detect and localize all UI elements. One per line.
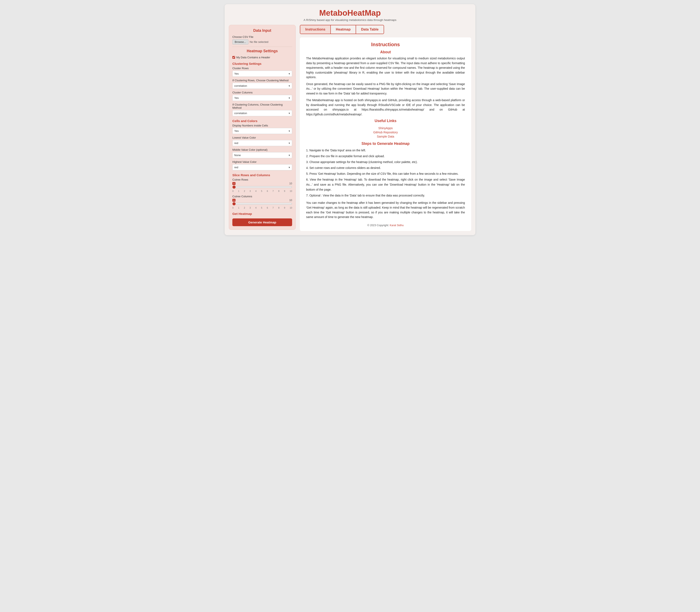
header-checkbox-label: My Data Contains a Header — [236, 56, 270, 59]
about-subtitle: About — [306, 50, 465, 54]
get-heatmap-title: Get Heatmap — [232, 212, 292, 215]
instructions-panel: Instructions About The MetaboHeatmap app… — [300, 38, 471, 231]
tab-instructions[interactable]: Instructions — [300, 25, 331, 34]
app-title: MetaboHeatMap — [229, 8, 471, 17]
app-body: Data Input Choose CSV File Browse... No … — [229, 25, 471, 231]
cutree-rows-max: 10 — [289, 182, 292, 185]
link-github[interactable]: GitHub Repository — [306, 131, 465, 134]
clustering-columns-method-select[interactable]: correlation euclidean maximum manhattan — [232, 110, 292, 116]
step-1: 1. Navigate to the 'Data Input' area on … — [306, 148, 465, 153]
step-5: 5. Press 'Get Heatmap' button. Depending… — [306, 171, 465, 177]
clustering-rows-method-select[interactable]: correlation euclidean maximum manhattan — [232, 83, 292, 89]
main-content: Instructions Heatmap Data Table Instruct… — [300, 25, 471, 231]
cutree-rows-value: 0 — [232, 182, 236, 185]
display-numbers-wrapper[interactable]: Yes No — [232, 128, 292, 134]
highest-color-select[interactable]: red blue green white black — [232, 164, 292, 170]
cutree-rows-slider-top: 0 10 — [232, 182, 292, 185]
tab-datatable[interactable]: Data Table — [356, 25, 384, 34]
step-3: 3. Choose appropriate settings for the h… — [306, 160, 465, 165]
header-checkbox[interactable] — [232, 56, 235, 59]
step-7: 7. Optional : View the data in the 'Data… — [306, 193, 465, 198]
cluster-rows-select[interactable]: Yes No — [232, 71, 292, 77]
link-shinyapps[interactable]: ShinyApps — [306, 126, 465, 130]
useful-links-section: ShinyApps GitHub Repository Sample Data — [306, 126, 465, 138]
cutree-columns-value: 0 — [232, 199, 236, 202]
header-checkbox-row[interactable]: My Data Contains a Header — [232, 56, 292, 59]
clustering-rows-method-wrapper[interactable]: correlation euclidean maximum manhattan — [232, 83, 292, 89]
cutree-columns-slider-top: 0 10 — [232, 199, 292, 202]
divider-1 — [232, 46, 292, 47]
choose-csv-label: Choose CSV File — [232, 35, 292, 39]
instructions-title: Instructions — [306, 42, 465, 47]
middle-color-wrapper[interactable]: None white yellow grey — [232, 152, 292, 158]
about-paragraph-2: Once generated, the heatmap can be easil… — [306, 82, 465, 96]
cutree-rows-ticks: 0 1 2 3 4 5 6 7 8 9 10 — [232, 190, 292, 192]
highest-color-label: Highest Value Color — [232, 160, 292, 164]
middle-color-select[interactable]: None white yellow grey — [232, 152, 292, 158]
clustering-rows-method-label: If Clustering Rows, Choose Clustering Me… — [232, 79, 292, 82]
cutree-rows-label: Cutree Rows — [232, 178, 292, 181]
clustering-columns-method-label: If Clustering Columns, Choose Clustering… — [232, 103, 292, 109]
cutree-columns-slider[interactable] — [232, 202, 292, 206]
footer-copyright: © 2023 Copyright: — [367, 224, 389, 227]
display-numbers-label: Display Numbers inside Cells — [232, 124, 292, 127]
cluster-rows-wrapper[interactable]: Yes No — [232, 71, 292, 77]
about-paragraphs: The MetaboHeatmap application provides a… — [306, 56, 465, 117]
footer: © 2023 Copyright: Karat Sidhu — [306, 224, 465, 227]
lowest-color-wrapper[interactable]: red blue green white black — [232, 140, 292, 146]
generate-heatmap-button[interactable]: Generate Heatmap — [232, 219, 292, 226]
closing-paragraph: You can make changes to the heatmap afte… — [306, 200, 465, 219]
cutree-columns-max: 10 — [289, 199, 292, 202]
cutree-columns-label: Cutree Columns — [232, 195, 292, 198]
footer-author[interactable]: Karat Sidhu — [390, 224, 404, 227]
file-input-row: Browse... No file selected — [232, 39, 292, 44]
app-header: MetaboHeatMap A R/Shiny based app for vi… — [229, 8, 471, 22]
cutree-columns-section: Cutree Columns 0 10 0 1 2 3 4 5 6 7 8 9 — [232, 195, 292, 209]
heatmap-settings-title: Heatmap Settings — [232, 49, 292, 53]
highest-color-wrapper[interactable]: red blue green white black — [232, 164, 292, 170]
cluster-rows-label: Cluster Rows — [232, 67, 292, 70]
clustering-settings-title: Clustering Settings — [232, 62, 292, 66]
step-4: 4. Set cutree rows and cutree columns sl… — [306, 166, 465, 170]
cluster-columns-select[interactable]: Yes No — [232, 95, 292, 101]
file-name-display: No file selected — [250, 40, 292, 43]
about-paragraph-1: The MetaboHeatmap application provides a… — [306, 56, 465, 80]
browse-button[interactable]: Browse... — [232, 39, 249, 44]
about-paragraph-3: The MetaboHeatmap app is hosted on both … — [306, 98, 465, 117]
steps-title: Steps to Generate Heatmap — [306, 141, 465, 146]
lowest-color-select[interactable]: red blue green white black — [232, 140, 292, 146]
sidebar: Data Input Choose CSV File Browse... No … — [229, 25, 296, 230]
tab-bar: Instructions Heatmap Data Table — [300, 25, 384, 34]
clustering-columns-method-wrapper[interactable]: correlation euclidean maximum manhattan — [232, 110, 292, 116]
slice-rows-columns-title: Slice Rows and Columns — [232, 173, 292, 177]
lowest-color-label: Lowest Value Color — [232, 136, 292, 139]
cutree-columns-ticks: 0 1 2 3 4 5 6 7 8 9 10 — [232, 207, 292, 209]
step-2: 2. Prepare the csv file in acceptable fo… — [306, 154, 465, 159]
middle-color-label: Middle Value Color (optional) — [232, 148, 292, 151]
cutree-rows-slider[interactable] — [232, 185, 292, 189]
cells-colors-title: Cells and Colors — [232, 119, 292, 123]
link-sample-data[interactable]: Sample Data — [306, 135, 465, 138]
app-subtitle: A R/Shiny based app for visualizing meta… — [229, 18, 471, 22]
closing-paragraph-wrapper: You can make changes to the heatmap afte… — [306, 200, 465, 219]
useful-links-subtitle: Useful Links — [306, 119, 465, 123]
tab-heatmap[interactable]: Heatmap — [331, 25, 356, 34]
steps-list: 1. Navigate to the 'Data Input' area on … — [306, 148, 465, 198]
data-input-title: Data Input — [232, 28, 292, 33]
cutree-rows-section: Cutree Rows 0 10 0 1 2 3 4 5 6 7 8 9 — [232, 178, 292, 192]
step-6: 6. View the heatmap in the 'Heatmap' tab… — [306, 177, 465, 192]
cluster-columns-label: Cluster Columns — [232, 91, 292, 94]
cluster-columns-wrapper[interactable]: Yes No — [232, 95, 292, 101]
display-numbers-select[interactable]: Yes No — [232, 128, 292, 134]
app-container: MetaboHeatMap A R/Shiny based app for vi… — [225, 4, 475, 235]
